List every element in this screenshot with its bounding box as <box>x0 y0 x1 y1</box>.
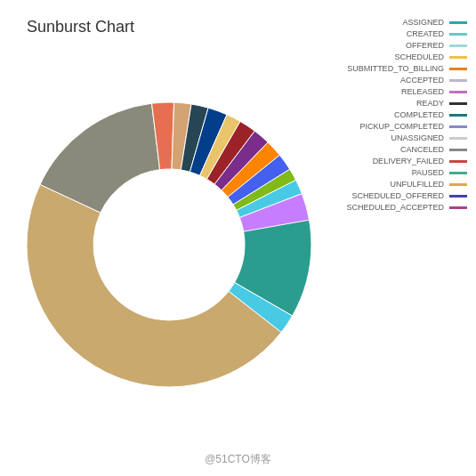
legend-color <box>449 102 467 105</box>
legend-color <box>449 56 467 59</box>
legend-item: UNASSIGNED <box>346 133 467 142</box>
legend-item: SCHEDULED_OFFERED <box>346 191 467 200</box>
legend-label: OFFERED <box>406 41 444 50</box>
legend-label: COMPLETED <box>394 110 444 119</box>
legend-color <box>449 68 467 70</box>
legend-item: SCHEDULED <box>346 52 467 61</box>
legend-item: PAUSED <box>346 168 467 177</box>
legend-item: SCHEDULED_ACCEPTED <box>346 203 467 212</box>
legend-color <box>449 79 467 82</box>
legend-item: COMPLETED <box>346 110 467 119</box>
legend-color <box>449 195 467 198</box>
legend-item: DELIVERY_FAILED <box>346 157 467 165</box>
legend-label: UNFULFILLED <box>390 180 444 189</box>
legend-label: DELIVERY_FAILED <box>373 157 444 165</box>
legend-item: SUBMITTED_TO_BILLING <box>346 64 467 73</box>
legend-color <box>449 125 467 128</box>
chart-title: Sunburst Chart <box>27 18 134 36</box>
legend-label: CANCELED <box>400 145 444 154</box>
legend-color <box>449 183 467 186</box>
legend-item: OFFERED <box>346 41 467 50</box>
legend-color <box>449 160 467 163</box>
legend-color <box>449 137 467 140</box>
legend-color <box>449 206 467 209</box>
watermark: @51CTO博客 <box>205 452 271 467</box>
legend-item: RELEASED <box>346 87 467 96</box>
legend-label: SCHEDULED <box>394 52 444 61</box>
legend-color <box>449 149 467 151</box>
legend-label: UNASSIGNED <box>391 133 444 142</box>
legend-color <box>449 172 467 174</box>
legend-label: PICKUP_COMPLETED <box>359 122 444 131</box>
legend-label: READY <box>416 99 444 108</box>
legend: ASSIGNED CREATED OFFERED SCHEDULED SUBMI… <box>346 18 467 212</box>
legend-label: RELEASED <box>401 87 444 96</box>
legend-color <box>449 114 467 117</box>
legend-color <box>449 44 467 47</box>
legend-label: SCHEDULED_OFFERED <box>351 191 444 200</box>
legend-item: UNFULFILLED <box>346 180 467 189</box>
legend-item: ASSIGNED <box>346 18 467 27</box>
legend-item: PICKUP_COMPLETED <box>346 122 467 131</box>
legend-item: CREATED <box>346 29 467 38</box>
legend-item: READY <box>346 99 467 108</box>
legend-color <box>449 91 467 93</box>
legend-color <box>449 33 467 36</box>
legend-item: CANCELED <box>346 145 467 154</box>
legend-item: ACCEPTED <box>346 76 467 85</box>
sunburst-chart <box>27 53 311 427</box>
legend-color <box>449 21 467 24</box>
legend-label: SUBMITTED_TO_BILLING <box>347 64 444 73</box>
legend-label: ACCEPTED <box>400 76 444 85</box>
legend-label: ASSIGNED <box>402 18 444 27</box>
legend-label: CREATED <box>407 29 444 38</box>
legend-label: PAUSED <box>412 168 444 177</box>
legend-label: SCHEDULED_ACCEPTED <box>346 203 444 212</box>
